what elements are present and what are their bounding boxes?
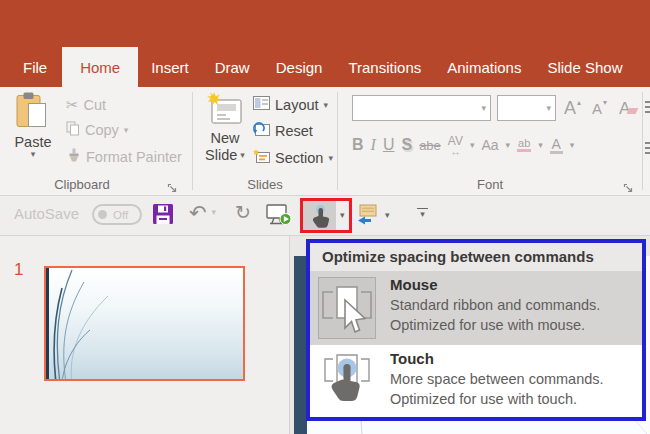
layout-caret-icon: ▾ [324,101,329,110]
highlight-caret-icon: ▾ [538,141,543,150]
text-shadow-button[interactable]: S [401,137,412,153]
reset-button[interactable]: Reset [253,119,313,143]
section-button[interactable]: Section ▾ [253,146,333,170]
menu-item-touch[interactable]: Touch More space between commands. Optim… [310,345,642,417]
shrink-caret-icon: ▾ [603,98,607,107]
save-button[interactable] [153,204,173,224]
mouse-title: Mouse [390,274,600,295]
copy-icon [66,121,80,140]
touch-icon-box [320,351,374,411]
copy-caret-icon: ▾ [124,126,129,135]
undo-icon: ↶ [189,202,207,223]
mouse-mode-icon [321,280,373,336]
eraser-icon [627,108,639,114]
cut-button[interactable]: ✂ Cut [66,93,106,117]
qat-custom-command-button[interactable]: ▾ [357,204,390,226]
ribbon-tab-bar: File Home Insert Draw Design Transitions… [0,47,650,87]
new-slide-label-2: Slide [205,147,237,164]
cut-label: Cut [84,97,107,113]
clipboard-group-label: Clipboard [0,177,164,192]
tab-transitions[interactable]: Transitions [335,47,434,87]
touch-mode-caret-icon[interactable]: ▾ [340,211,345,220]
paste-button[interactable]: Paste ▾ [10,92,56,178]
clipboard-dialog-launcher[interactable] [167,180,178,191]
section-caret-icon: ▾ [328,154,333,163]
start-from-beginning-button[interactable] [266,203,292,227]
italic-button[interactable]: I [371,137,376,153]
group-divider [642,92,643,190]
slides-group: New Slide ▾ Layout ▾ [193,87,337,195]
strikethrough-button[interactable]: abe [419,139,441,152]
change-case-button[interactable]: Aa [481,138,498,152]
touch-mouse-mode-menu: Optimize spacing between commands Mouse … [306,239,646,421]
menu-item-mouse[interactable]: Mouse Standard ribbon and commands. Opti… [310,271,642,345]
redo-icon: ↻ [235,203,251,222]
font-name-combobox[interactable]: ▾ [352,95,491,121]
highlight-button[interactable]: ab [517,138,531,152]
redo-button[interactable]: ↻ [235,203,251,222]
touch-mouse-mode-highlight-box: ▾ [300,198,352,233]
section-icon [253,149,270,168]
quick-access-toolbar: AutoSave Off ↶ ▾ ↻ [0,196,650,236]
autosave-label: AutoSave [14,205,79,222]
font-dialog-launcher[interactable] [623,180,634,191]
customize-caret-icon: ▾ [420,210,425,219]
layout-button[interactable]: Layout ▾ [253,93,328,117]
touch-desc-2: Optimized for use with touch. [390,389,604,409]
section-label: Section [275,150,323,166]
touch-mode-icon [310,204,330,228]
scissors-icon: ✂ [66,96,79,114]
layout-icon [253,96,270,114]
underline-button[interactable]: U [383,137,395,153]
autosave-toggle[interactable]: Off [92,204,142,225]
format-painter-icon [66,148,81,167]
character-spacing-button[interactable]: AV ↔ [448,135,463,156]
tab-draw[interactable]: Draw [202,47,263,87]
touch-mode-menu-icon [322,351,372,407]
layout-label: Layout [275,97,319,113]
custom-command-caret-icon: ▾ [385,211,390,220]
slide-1-thumbnail[interactable] [44,266,245,381]
slide-number: 1 [14,260,23,280]
reset-icon [253,122,270,141]
tab-animations[interactable]: Animations [434,47,534,87]
tab-slide-show[interactable]: Slide Show [534,47,635,87]
mouse-icon-box [318,277,376,339]
new-slide-caret-icon: ▾ [240,151,245,160]
mouse-desc-2: Optimized for use with mouse. [390,315,600,335]
thumbnail-decoration [46,268,245,381]
autosave-state: Off [113,209,128,221]
font-name-caret-icon: ▾ [481,104,486,113]
undo-button[interactable]: ↶ ▾ [189,202,216,223]
format-painter-label: Format Painter [86,149,182,165]
case-caret-icon: ▾ [506,141,511,150]
mouse-desc-1: Standard ribbon and commands. [390,295,600,315]
undo-caret-icon: ▾ [212,208,217,217]
clear-formatting-button[interactable]: A [619,96,639,120]
grow-font-button[interactable]: A ▴ [564,96,581,120]
customize-qat-button[interactable]: ▾ [416,208,429,219]
font-color-bar [550,151,563,154]
tab-file[interactable]: File [8,47,62,87]
font-color-button[interactable]: A [550,137,563,154]
font-size-caret-icon: ▾ [546,104,551,113]
tab-design[interactable]: Design [263,47,336,87]
new-slide-button[interactable]: New Slide ▾ [200,92,250,178]
font-group: ▾ ▾ A ▴ A ▾ A B I U S abe [338,87,642,195]
format-painter-button[interactable]: Format Painter [66,145,182,169]
shrink-font-button[interactable]: A ▾ [592,96,607,120]
shrink-font-icon: A [592,101,602,116]
tab-insert[interactable]: Insert [138,47,202,87]
slides-group-label: Slides [193,177,337,192]
powerpoint-window: File Home Insert Draw Design Transitions… [0,0,650,434]
slide-arrow-icon [357,204,377,226]
grow-caret-icon: ▴ [577,98,581,107]
bold-button[interactable]: B [352,137,364,153]
new-slide-label-1: New [210,130,239,147]
copy-button[interactable]: Copy ▾ [66,118,128,142]
font-size-combobox[interactable]: ▾ [497,95,556,121]
save-icon [153,204,173,224]
spacing-arrow-icon: ↔ [450,147,460,156]
tab-home[interactable]: Home [62,47,138,87]
touch-mouse-mode-button[interactable] [303,201,336,230]
